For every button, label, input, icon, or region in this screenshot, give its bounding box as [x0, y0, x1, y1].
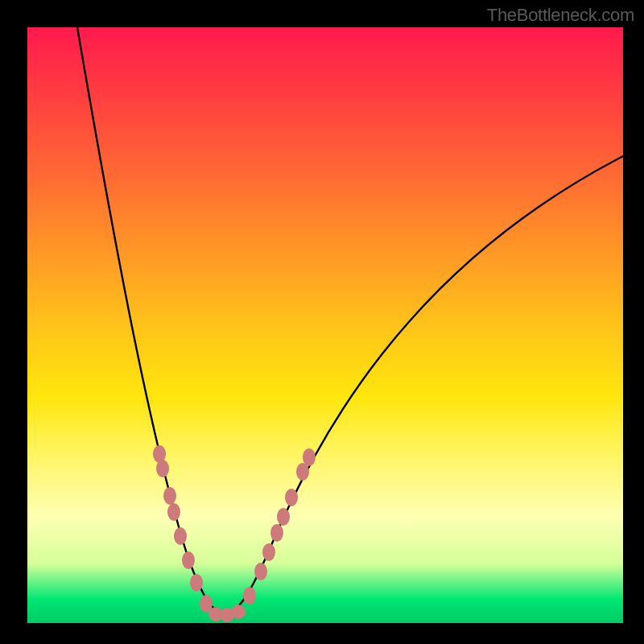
marker-right	[303, 448, 316, 466]
marker-right	[243, 587, 256, 605]
watermark-text: TheBottleneck.com	[487, 5, 634, 26]
marker-left	[167, 503, 180, 521]
bottleneck-curve	[77, 27, 623, 613]
marker-left	[163, 487, 176, 505]
marker-left	[182, 551, 195, 569]
marker-right	[285, 489, 298, 506]
chart-frame: TheBottleneck.com	[0, 0, 644, 644]
marker-left	[156, 460, 169, 477]
marker-left	[174, 527, 187, 545]
marker-right	[254, 563, 267, 580]
marker-right	[270, 524, 283, 542]
curve-svg	[27, 27, 623, 623]
marker-left	[190, 574, 203, 592]
marker-right	[262, 543, 275, 561]
marker-bottom	[231, 605, 246, 619]
marker-right	[277, 508, 290, 526]
plot-area	[27, 27, 623, 623]
